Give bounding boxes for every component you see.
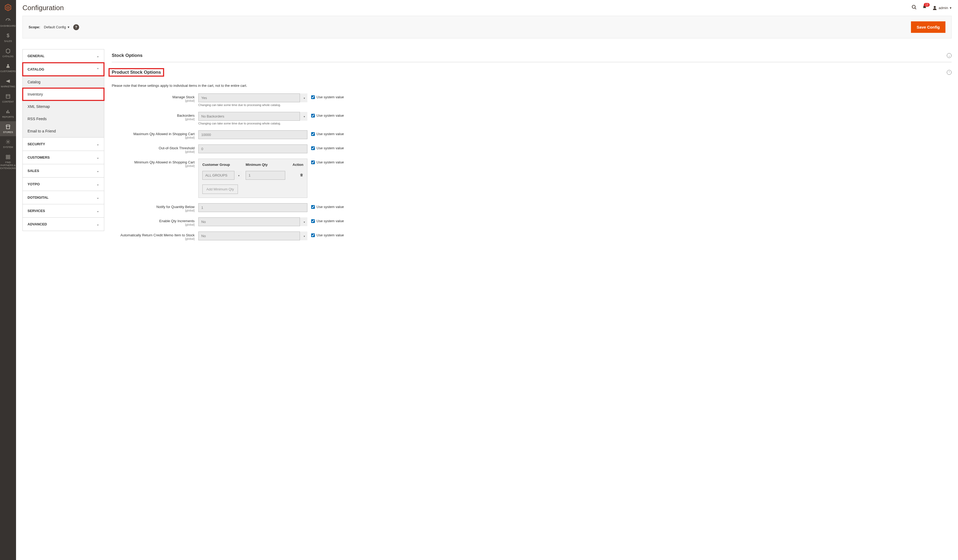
nav-dashboard[interactable]: DASHBOARD [0,15,16,30]
tab-services[interactable]: SERVICES⌄ [23,204,104,217]
notify-below-input[interactable] [198,203,308,212]
svg-rect-4 [8,110,8,113]
tab-item-email-friend[interactable]: Email to a Friend [23,125,104,137]
stores-icon [5,124,11,130]
section-title: Stock Options [112,53,143,58]
use-system-checkbox[interactable]: Use system value [311,159,344,164]
svg-rect-9 [6,158,8,159]
tab-sales[interactable]: SALES⌄ [23,164,104,177]
max-qty-input[interactable] [198,130,308,139]
use-system-checkbox[interactable]: Use system value [311,144,344,150]
field-enable-increments: Enable Qty Increments[global] Use system… [112,217,952,226]
nav-marketing[interactable]: MARKETING [0,76,16,91]
search-icon[interactable] [912,5,917,11]
svg-point-13 [934,6,936,8]
svg-rect-8 [8,155,10,157]
chevron-down-icon: ⌄ [97,223,99,226]
tab-item-catalog[interactable]: Catalog [23,76,104,88]
chevron-down-icon: ⌄ [97,142,99,146]
svg-point-11 [912,5,915,8]
admin-user-menu[interactable]: admin▾ [932,6,952,10]
manage-stock-select[interactable] [198,93,308,102]
tab-general[interactable]: GENERAL⌄ [23,49,104,62]
oos-threshold-input[interactable] [198,144,308,153]
nav-label: CATALOG [2,55,14,58]
field-notify-below: Notify for Quantity Below[global] Use sy… [112,203,952,212]
chevron-down-icon: ▾ [950,6,952,10]
section-stock-options[interactable]: Stock Options ⌄ [112,49,952,62]
nav-content[interactable]: CONTENT [0,91,16,106]
content-icon [5,93,11,99]
use-system-checkbox[interactable]: Use system value [311,217,344,223]
backorders-select[interactable] [198,112,308,121]
magento-logo[interactable] [0,0,16,15]
chevron-down-icon: ⌄ [97,156,99,160]
tab-catalog[interactable]: CATALOG⌃ [23,63,104,76]
nav-label: DASHBOARD [0,25,16,27]
chevron-down-icon: ⌄ [97,209,99,213]
nav-stores[interactable]: STORES [0,121,16,136]
chevron-down-icon: ▾ [68,25,70,29]
config-tabs: GENERAL⌄ CATALOG⌃ Catalog Inventory XML … [22,49,104,231]
chevron-up-icon: ⌃ [97,68,99,71]
use-system-checkbox[interactable]: Use system value [311,203,344,209]
svg-rect-1 [6,95,10,98]
nav-system[interactable]: SYSTEM [0,136,16,152]
tab-item-inventory[interactable]: Inventory [23,88,104,100]
nav-reports[interactable]: REPORTS [0,106,16,121]
nav-label: MARKETING [1,85,15,88]
svg-rect-10 [8,158,10,159]
field-oos-threshold: Out-of-Stock Threshold[global] Use syste… [112,144,952,153]
auto-return-select[interactable] [198,231,308,240]
nav-customers[interactable]: CUSTOMERS [0,60,16,76]
admin-sidebar: DASHBOARD $SALES CATALOG CUSTOMERS MARKE… [0,0,16,256]
scope-bar: Scope: Default Config ▾ ? Save Config [22,16,952,38]
min-qty-input[interactable] [246,171,285,180]
catalog-icon [5,48,11,54]
help-icon[interactable]: ? [73,24,79,30]
svg-line-12 [915,8,916,9]
svg-rect-3 [6,111,7,113]
use-system-checkbox[interactable]: Use system value [311,93,344,99]
svg-rect-7 [6,155,8,157]
marketing-icon [5,78,11,84]
system-icon [5,139,11,145]
reports-icon [5,109,11,115]
tab-security[interactable]: SECURITY⌄ [23,138,104,150]
customers-icon [5,63,11,69]
partners-icon [5,154,11,160]
delete-icon[interactable] [300,173,303,178]
use-system-checkbox[interactable]: Use system value [311,130,344,136]
section-product-stock-options[interactable]: Product Stock Options ⌃ [112,65,952,80]
scope-selector[interactable]: Default Config ▾ [44,25,69,29]
tab-yotpo[interactable]: YOTPO⌄ [23,177,104,191]
save-config-button[interactable]: Save Config [911,21,945,33]
nav-partners[interactable]: FIND PARTNERS & EXTENSIONS [0,152,16,172]
tab-item-xml-sitemap[interactable]: XML Sitemap [23,100,104,113]
notification-badge: 13 [924,3,929,7]
customer-group-select[interactable] [202,171,242,180]
svg-point-6 [8,141,9,142]
notifications-icon[interactable]: 13 [922,5,927,11]
col-action: Action [289,163,303,167]
scope-value: Default Config [44,25,66,29]
tab-advanced[interactable]: ADVANCED⌄ [23,218,104,231]
nav-label: CUSTOMERS [0,70,16,73]
nav-sales[interactable]: $SALES [0,30,16,45]
chevron-down-icon: ⌄ [97,54,99,58]
use-system-checkbox[interactable]: Use system value [311,112,344,117]
admin-username: admin [939,6,948,10]
use-system-checkbox[interactable]: Use system value [311,231,344,237]
tab-dotdigital[interactable]: DOTDIGITAL⌄ [23,191,104,204]
enable-increments-select[interactable] [198,217,308,226]
nav-catalog[interactable]: CATALOG [0,45,16,61]
tab-item-rss-feeds[interactable]: RSS Feeds [23,113,104,125]
tab-customers[interactable]: CUSTOMERS⌄ [23,151,104,164]
chevron-down-icon: ⌄ [97,196,99,199]
page-title: Configuration [22,4,64,12]
min-qty-row [202,171,303,180]
nav-label: CONTENT [2,100,14,103]
scope-label: Scope: [29,25,40,29]
add-min-qty-button[interactable]: Add Minimum Qty [202,185,238,194]
nav-label: SALES [4,40,12,43]
